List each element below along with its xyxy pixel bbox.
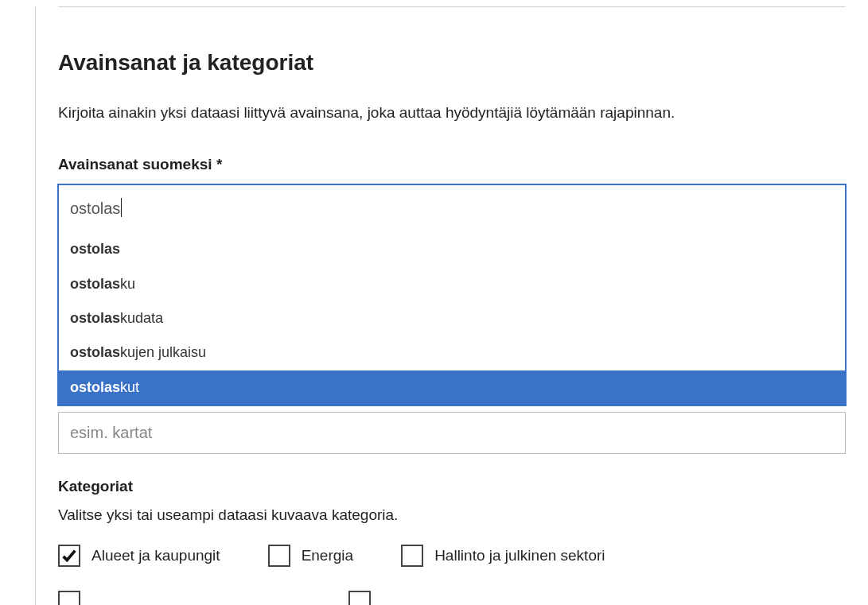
- keywords-suggestion-item[interactable]: ostolasku: [59, 267, 845, 301]
- categories-row: Alueet ja kaupungitEnergiaHallinto ja ju…: [58, 545, 846, 567]
- keywords-combobox: ostolas ostolasostolaskuostolaskudataost…: [58, 184, 846, 455]
- keywords-secondary-input[interactable]: esim. kartat: [58, 412, 846, 454]
- categories-row-cutoff: placeholder placeholder: [58, 591, 846, 605]
- category-label: Hallinto ja julkinen sektori: [434, 547, 605, 564]
- form-page: Avainsanat ja kategoriat Kirjoita ainaki…: [35, 6, 868, 605]
- divider: [58, 6, 846, 7]
- section-title: Avainsanat ja kategoriat: [58, 50, 846, 76]
- categories-description: Valitse yksi tai useampi dataasi kuvaava…: [58, 506, 846, 524]
- text-cursor: [121, 198, 122, 217]
- keywords-secondary-placeholder: esim. kartat: [70, 424, 152, 441]
- category-label: Energia: [302, 547, 354, 564]
- category-option: Alueet ja kaupungit: [58, 545, 220, 567]
- category-option: Energia: [268, 545, 354, 567]
- category-checkbox[interactable]: [58, 591, 80, 605]
- keywords-suggestion-item[interactable]: ostolaskut: [59, 370, 845, 405]
- keywords-suggestion-item[interactable]: ostolas: [59, 232, 845, 266]
- category-checkbox[interactable]: [268, 545, 290, 567]
- keywords-input[interactable]: ostolas: [59, 185, 845, 232]
- keywords-suggestion-item[interactable]: ostolaskudata: [59, 301, 845, 335]
- keywords-label: Avainsanat suomeksi *: [58, 156, 846, 173]
- section-description: Kirjoita ainakin yksi dataasi liittyvä a…: [58, 103, 846, 124]
- category-checkbox[interactable]: [348, 591, 371, 605]
- categories-label: Kategoriat: [58, 478, 846, 495]
- check-icon: [60, 547, 78, 564]
- category-checkbox[interactable]: [58, 545, 80, 567]
- keywords-suggestion-list: ostolasostolaskuostolaskudataostolaskuje…: [59, 231, 845, 405]
- category-checkbox[interactable]: [401, 545, 423, 567]
- category-option: Hallinto ja julkinen sektori: [401, 545, 605, 567]
- category-label: Alueet ja kaupungit: [91, 547, 220, 564]
- keywords-suggestion-item[interactable]: ostolaskujen julkaisu: [59, 335, 845, 370]
